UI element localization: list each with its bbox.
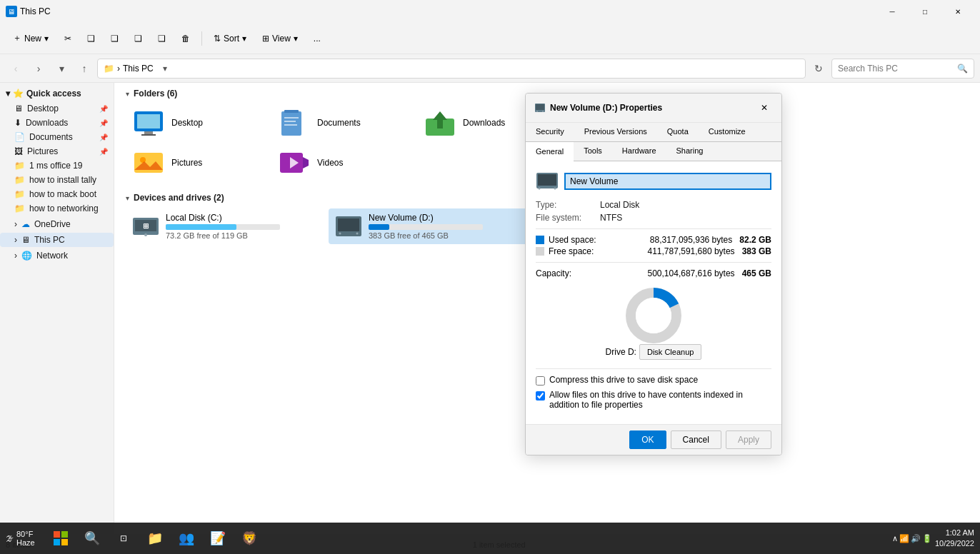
forward-button[interactable]: › xyxy=(29,59,49,79)
quick-access-header[interactable]: ▾ ⭐ Quick access xyxy=(0,86,114,101)
free-space-row: Free space: 411,787,591,680 bytes 383 GB xyxy=(536,246,771,256)
chart-legend: Drive D: Disk Cleanup xyxy=(606,344,702,360)
more-button[interactable]: ... xyxy=(306,27,328,50)
search-input[interactable] xyxy=(838,64,957,74)
close-button[interactable]: ✕ xyxy=(941,0,974,23)
desktop-folder-icon: 🖥 xyxy=(14,104,23,114)
sort-button[interactable]: ⇅ Sort ▾ xyxy=(206,27,254,50)
drive-c-icon: ⊞ xyxy=(131,213,160,239)
share-button[interactable]: ❑ xyxy=(151,27,173,50)
volume-name-row xyxy=(536,171,771,191)
folder-item-videos[interactable]: Videos xyxy=(271,144,414,181)
network-icon: 🌐 xyxy=(21,251,32,261)
svg-rect-37 xyxy=(61,531,68,538)
drive-label-text: Drive D: xyxy=(606,347,636,357)
index-checkbox[interactable] xyxy=(536,391,545,401)
speaker-icon[interactable]: 🔊 xyxy=(911,534,921,543)
folder-item-documents[interactable]: Documents xyxy=(271,104,414,141)
folders-section-title: Folders (6) xyxy=(134,89,177,99)
apply-button[interactable]: Apply xyxy=(726,430,771,449)
ok-button[interactable]: OK xyxy=(629,430,666,449)
view-button[interactable]: ⊞ View ▾ xyxy=(255,27,305,50)
devices-chevron-icon: ▾ xyxy=(126,194,129,202)
sidebar-office-label: 1 ms office 19 xyxy=(29,161,82,171)
tab-customize[interactable]: Customize xyxy=(699,123,756,141)
cancel-button[interactable]: Cancel xyxy=(671,430,721,449)
drive-item-c[interactable]: ⊞ Local Disk (C:) 73.2 GB free of 119 GB xyxy=(126,208,326,244)
tab-hardware[interactable]: Hardware xyxy=(612,142,666,161)
folders-chevron-icon: ▾ xyxy=(126,90,129,98)
new-button[interactable]: ＋ New ▾ xyxy=(6,27,56,50)
sidebar-downloads-label: Downloads xyxy=(26,118,68,128)
svg-rect-36 xyxy=(54,531,60,538)
sidebar-item-howto-install[interactable]: 📁 how to install tally xyxy=(0,173,114,187)
address-dropdown[interactable]: ▾ xyxy=(156,60,174,77)
minimize-button[interactable]: ─ xyxy=(876,0,909,23)
sidebar-item-downloads[interactable]: ⬇ Downloads 📌 xyxy=(0,116,114,130)
onedrive-section: › ☁ OneDrive xyxy=(0,217,114,231)
videos-big-icon xyxy=(277,148,311,177)
paste-button[interactable]: ❑ xyxy=(104,27,126,50)
copy-button[interactable]: ❑ xyxy=(80,27,102,50)
search-box[interactable]: 🔍 xyxy=(831,59,974,79)
sidebar-item-office[interactable]: 📁 1 ms office 19 xyxy=(0,158,114,173)
cut-button[interactable]: ✂ xyxy=(57,27,79,50)
rename-button[interactable]: ❑ xyxy=(127,27,149,50)
drive-item-d[interactable]: New Volume (D:) 383 GB free of 465 GB xyxy=(329,208,529,244)
taskbar-right: ∧ 📶 🔊 🔋 1:02 AM 10/29/2022 xyxy=(886,528,980,550)
documents-big-icon xyxy=(277,109,311,137)
tab-security[interactable]: Security xyxy=(526,123,574,141)
taskbar-teams-button[interactable]: 👥 xyxy=(172,524,201,553)
back-button[interactable]: ‹ xyxy=(6,59,26,79)
dialog-title-text: New Volume (D:) Properties xyxy=(550,103,662,113)
tab-quota[interactable]: Quota xyxy=(657,123,699,141)
taskbar-filexplorer-button[interactable]: 📁 xyxy=(141,524,169,553)
taskbar-start-button[interactable] xyxy=(46,524,75,553)
up-button[interactable]: ↑ xyxy=(74,59,94,79)
delete-button[interactable]: 🗑 xyxy=(174,27,197,50)
taskbar-notes-button[interactable]: 📝 xyxy=(204,524,232,553)
svg-point-19 xyxy=(144,233,147,236)
sidebar-item-howto-network[interactable]: 📁 how to networking xyxy=(0,201,114,216)
free-label: Free space: xyxy=(549,246,594,256)
svg-rect-38 xyxy=(54,539,60,545)
time-block[interactable]: 1:02 AM 10/29/2022 xyxy=(935,528,974,550)
folder-item-desktop[interactable]: Desktop xyxy=(126,104,269,141)
window-title: This PC xyxy=(20,6,51,16)
sidebar-item-documents[interactable]: 📄 Documents 📌 xyxy=(0,130,114,144)
sidebar-item-howto-mack[interactable]: 📁 how to mack boot xyxy=(0,187,114,201)
svg-point-31 xyxy=(539,188,541,190)
maximize-button[interactable]: □ xyxy=(909,0,941,23)
svg-point-24 xyxy=(356,233,359,235)
sidebar-howto-install-label: how to install tally xyxy=(29,175,96,185)
wifi-icon[interactable]: 📶 xyxy=(899,534,909,543)
battery-icon[interactable]: 🔋 xyxy=(922,534,932,543)
recent-button[interactable]: ▾ xyxy=(51,59,71,79)
sidebar-item-network[interactable]: › 🌐 Network xyxy=(0,248,114,263)
folder-item-pictures[interactable]: Pictures xyxy=(126,144,269,181)
refresh-button[interactable]: ↻ xyxy=(809,59,829,79)
documents-folder-icon: 📄 xyxy=(14,132,25,142)
capacity-gb: 465 GB xyxy=(742,268,771,278)
sidebar-item-thispc[interactable]: › 🖥 This PC xyxy=(0,233,114,247)
taskbar-taskview-button[interactable]: ⊡ xyxy=(109,524,138,553)
sidebar-item-desktop[interactable]: 🖥 Desktop 📌 xyxy=(0,101,114,116)
volume-name-input[interactable] xyxy=(564,173,771,190)
disk-cleanup-button[interactable]: Disk Cleanup xyxy=(639,344,701,360)
address-box[interactable]: 📁 › This PC ▾ xyxy=(97,59,806,79)
tab-tools[interactable]: Tools xyxy=(574,142,612,161)
tab-sharing[interactable]: Sharing xyxy=(666,142,714,161)
sidebar-item-pictures[interactable]: 🖼 Pictures 📌 xyxy=(0,144,114,158)
dialog-close-button[interactable]: ✕ xyxy=(756,99,773,116)
svg-rect-8 xyxy=(284,124,297,126)
sidebar-item-onedrive[interactable]: › ☁ OneDrive xyxy=(0,217,114,231)
taskbar-brave-button[interactable]: 🦁 xyxy=(235,524,264,553)
compress-checkbox[interactable] xyxy=(536,376,545,386)
tab-general[interactable]: General xyxy=(526,142,574,161)
taskbar-search-button[interactable]: 🔍 xyxy=(78,524,106,553)
used-bytes: 88,317,095,936 bytes xyxy=(650,235,732,245)
tab-previous-versions[interactable]: Previous Versions xyxy=(574,123,657,141)
toolbar: ＋ New ▾ ✂ ❑ ❑ ❑ ❑ 🗑 ⇅ Sort ▾ ⊞ View ▾ ..… xyxy=(0,23,980,54)
chevron-up-icon[interactable]: ∧ xyxy=(892,534,898,543)
sidebar-howto-network-label: how to networking xyxy=(29,203,99,213)
